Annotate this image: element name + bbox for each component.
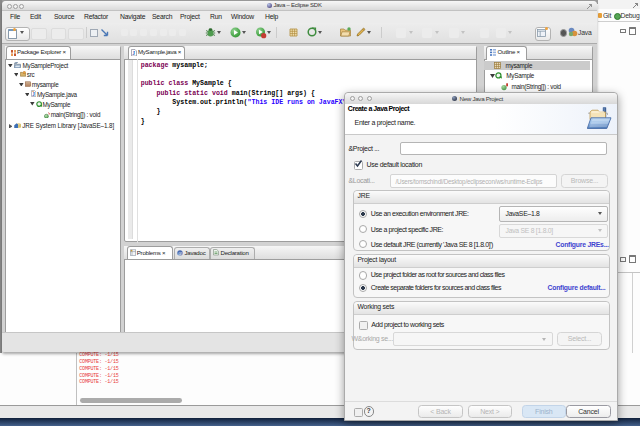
svg-text:@: @ — [178, 250, 182, 255]
svg-text:J: J — [132, 50, 135, 56]
svg-text:J: J — [32, 91, 35, 97]
